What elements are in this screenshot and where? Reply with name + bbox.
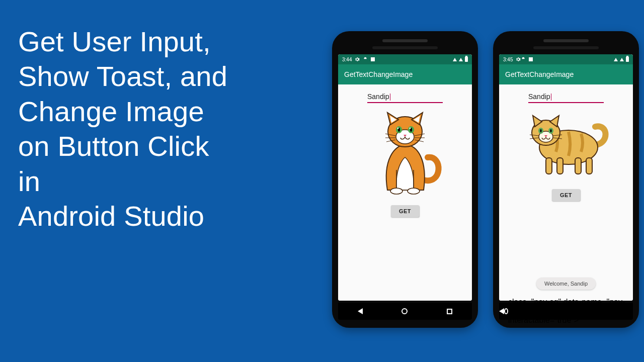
- svg-point-2: [408, 188, 420, 194]
- status-time: 3:45: [503, 57, 513, 62]
- phone-sensor-bar-icon: [372, 46, 438, 49]
- slide-headline: Get User Input, Show Toast, and Change I…: [18, 24, 227, 234]
- toast-message: Welcome, Sandip: [536, 278, 596, 290]
- input-underline: [528, 102, 604, 103]
- get-button[interactable]: GET: [391, 205, 419, 217]
- svg-point-10: [410, 128, 411, 129]
- status-time: 3:44: [342, 57, 352, 62]
- android-app-bar: GetTextChangeImage: [499, 64, 633, 84]
- battery-icon: [465, 57, 468, 62]
- cat-image-standing: [521, 110, 611, 180]
- android-status-bar: 3:44: [338, 54, 472, 64]
- nav-back-icon[interactable]: [358, 308, 363, 314]
- svg-point-9: [397, 128, 399, 129]
- phone-speaker-icon: [382, 39, 428, 42]
- phone-speaker-icon: [543, 39, 589, 42]
- phone-mockup-left: 3:44 GetTextChangeImage: [332, 31, 478, 328]
- headline-line-1: Get User Input,: [18, 24, 227, 59]
- headline-line-2: Show Toast, and: [18, 59, 227, 94]
- app-title: GetTextChangeImage: [505, 70, 574, 78]
- signal-icon: [453, 58, 457, 61]
- input-underline: [367, 102, 443, 103]
- svg-point-1: [390, 188, 403, 194]
- nav-recent-icon[interactable]: [447, 309, 452, 314]
- android-nav-bar: class="nav-sq" data-name="nav-recent-ico…: [499, 303, 633, 320]
- gear-icon: [516, 57, 526, 62]
- phone-sensor-bar-icon: [533, 46, 599, 49]
- nav-home-icon[interactable]: [401, 308, 408, 314]
- svg-rect-15: [575, 158, 581, 174]
- gear-icon: [355, 57, 360, 62]
- app-content: Sandip: [338, 84, 472, 301]
- svg-rect-11: [529, 57, 533, 61]
- svg-rect-0: [371, 57, 375, 61]
- android-head-icon: [363, 57, 368, 62]
- square-icon: [529, 57, 533, 61]
- phone-screen: 3:44 GetTextChangeImage: [338, 54, 472, 301]
- svg-point-21: [540, 129, 541, 132]
- headline-line-6: Android Studio: [18, 199, 227, 233]
- android-app-bar: GetTextChangeImage: [338, 64, 472, 84]
- app-content: Sandip: [499, 84, 633, 301]
- signal-icon: [614, 58, 618, 61]
- svg-rect-14: [557, 158, 563, 174]
- nav-back-icon[interactable]: [499, 308, 504, 314]
- name-input-value: Sandip: [528, 93, 550, 101]
- square-icon: [371, 57, 375, 61]
- svg-rect-16: [586, 158, 592, 174]
- svg-rect-13: [546, 158, 552, 174]
- name-input[interactable]: Sandip: [367, 92, 443, 103]
- nav-home-icon[interactable]: [504, 308, 508, 314]
- headline-line-5: in: [18, 164, 227, 199]
- android-nav-bar: [338, 303, 472, 320]
- battery-icon: [626, 57, 629, 62]
- name-input-value: Sandip: [367, 93, 389, 101]
- android-status-bar: 3:45: [499, 54, 633, 64]
- text-cursor-icon: [390, 94, 390, 101]
- wifi-icon: [459, 58, 463, 61]
- phone-mockup-right: 3:45 GetTextChangeImage: [493, 31, 639, 328]
- wifi-icon: [620, 58, 624, 61]
- app-title: GetTextChangeImage: [344, 70, 413, 78]
- headline-line-4: on Button Click: [18, 129, 227, 163]
- svg-point-22: [550, 129, 551, 132]
- text-cursor-icon: [551, 94, 551, 101]
- name-input[interactable]: Sandip: [528, 92, 604, 103]
- cat-image-sitting: [367, 110, 443, 195]
- phone-screen: 3:45 GetTextChangeImage: [499, 54, 633, 301]
- get-button[interactable]: GET: [552, 189, 580, 201]
- headline-line-3: Change Image: [18, 94, 227, 129]
